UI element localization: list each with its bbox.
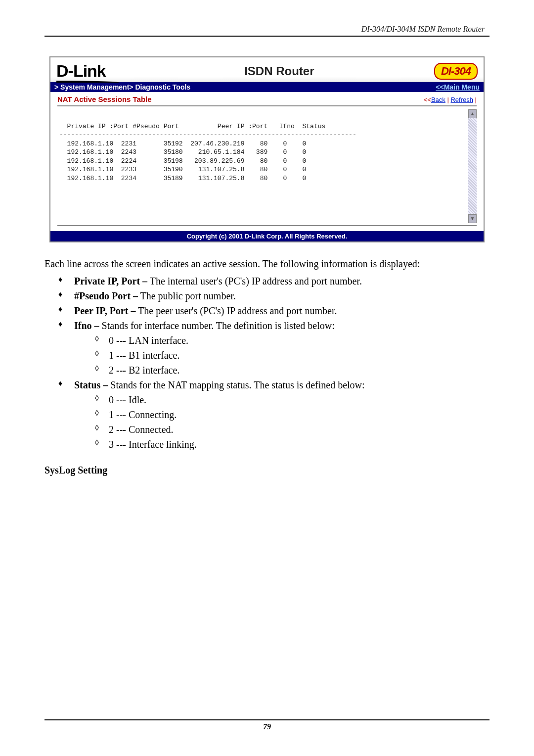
copyright-bar: Copyright (c) 2001 D-Link Corp. All Righ… bbox=[50, 231, 484, 241]
syslog-heading: SysLog Setting bbox=[44, 465, 490, 476]
panel-nav-links: <<Back | Refresh | bbox=[424, 96, 477, 103]
list-item: 3 --- Interface linking. bbox=[109, 437, 490, 452]
footer-rule bbox=[44, 719, 490, 720]
scrollbar[interactable]: ▲ ▼ bbox=[468, 109, 477, 223]
header-rule bbox=[44, 36, 490, 37]
panel-title-row: NAT Active Sessions Table <<Back | Refre… bbox=[57, 95, 477, 103]
scroll-up-icon[interactable]: ▲ bbox=[468, 109, 477, 118]
router-title: ISDN Router bbox=[125, 64, 434, 78]
router-screenshot: D-Link ISDN Router DI-304 > System Manag… bbox=[49, 56, 485, 242]
list-item: Status – Stands for the NAT mapping stat… bbox=[74, 378, 490, 452]
list-item: Ifno – Stands for interface number. The … bbox=[74, 318, 490, 378]
back-link[interactable]: Back bbox=[431, 96, 445, 103]
list-item: 1 --- Connecting. bbox=[109, 407, 490, 422]
intro-paragraph: Each line across the screen indicates an… bbox=[44, 257, 490, 271]
scroll-down-icon[interactable]: ▼ bbox=[468, 214, 477, 223]
list-item: 2 --- Connected. bbox=[109, 422, 490, 437]
list-item: 2 --- B2 interface. bbox=[109, 363, 490, 378]
panel-hr bbox=[57, 105, 477, 106]
nat-table-box: Private IP :Port #Pseudo Port Peer IP :P… bbox=[57, 109, 477, 223]
list-item: 0 --- Idle. bbox=[109, 392, 490, 407]
list-item: Peer IP, Port – The peer user's (PC's) I… bbox=[74, 303, 490, 318]
dlink-logo: D-Link bbox=[56, 61, 120, 81]
breadcrumb: > System Management> Diagnostic Tools <<… bbox=[50, 82, 484, 92]
model-badge: DI-304 bbox=[434, 63, 478, 80]
panel-hr-bottom bbox=[57, 225, 477, 226]
page-header: DI-304/DI-304M ISDN Remote Router bbox=[44, 25, 490, 34]
page-number: 79 bbox=[44, 722, 490, 731]
field-definitions-list: Private IP, Port – The internal user's (… bbox=[44, 274, 490, 452]
router-header-bar: D-Link ISDN Router DI-304 bbox=[50, 57, 484, 82]
refresh-link[interactable]: Refresh bbox=[450, 96, 473, 103]
ifno-sublist: 0 --- LAN interface. 1 --- B1 interface.… bbox=[74, 333, 490, 378]
list-item: 0 --- LAN interface. bbox=[109, 333, 490, 348]
list-item: Private IP, Port – The internal user's (… bbox=[74, 274, 490, 288]
breadcrumb-path: > System Management> Diagnostic Tools bbox=[54, 83, 190, 91]
nat-sessions-table: Private IP :Port #Pseudo Port Peer IP :P… bbox=[57, 109, 468, 223]
list-item: #Pseudo Port – The public port number. bbox=[74, 288, 490, 303]
page-footer: 79 bbox=[44, 719, 490, 731]
main-menu-link[interactable]: <<Main Menu bbox=[436, 83, 480, 91]
panel-body: NAT Active Sessions Table <<Back | Refre… bbox=[50, 92, 484, 231]
panel-title: NAT Active Sessions Table bbox=[57, 95, 152, 103]
list-item: 1 --- B1 interface. bbox=[109, 348, 490, 363]
status-sublist: 0 --- Idle. 1 --- Connecting. 2 --- Conn… bbox=[74, 392, 490, 452]
